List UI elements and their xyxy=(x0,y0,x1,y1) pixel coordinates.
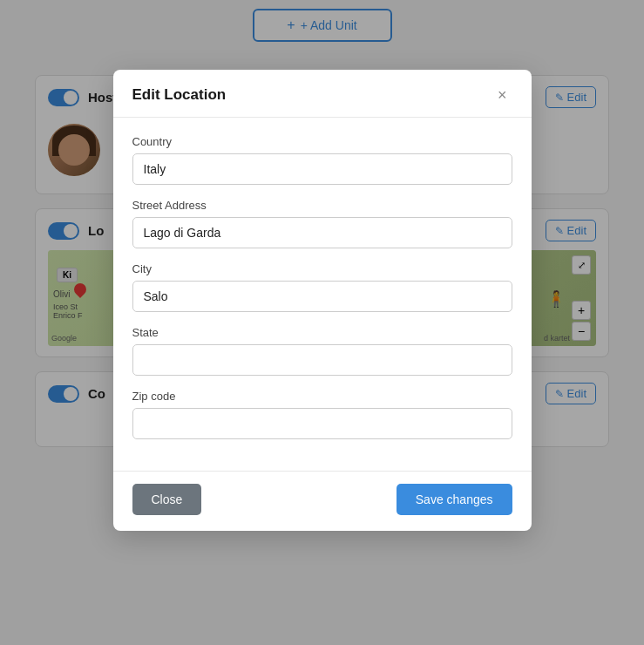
modal-footer: Close Save changes xyxy=(113,471,532,531)
zip-code-label: Zip code xyxy=(132,390,512,403)
modal-header: Edit Location × xyxy=(113,70,532,118)
save-changes-button[interactable]: Save changes xyxy=(397,484,512,515)
modal-title: Edit Location xyxy=(132,86,227,104)
zip-code-field-group: Zip code xyxy=(132,390,512,439)
modal-body: Country Street Address City State Zip co… xyxy=(113,118,532,471)
city-input[interactable] xyxy=(132,281,512,312)
state-input[interactable] xyxy=(132,344,512,376)
country-label: Country xyxy=(132,135,512,148)
edit-location-modal: Edit Location × Country Street Address C… xyxy=(113,70,532,531)
modal-overlay: Edit Location × Country Street Address C… xyxy=(0,0,644,645)
street-address-field-group: Street Address xyxy=(132,199,512,248)
country-field-group: Country xyxy=(132,135,512,185)
close-button[interactable]: Close xyxy=(132,484,202,515)
city-label: City xyxy=(132,262,512,275)
state-label: State xyxy=(132,326,512,339)
city-field-group: City xyxy=(132,262,512,312)
country-input[interactable] xyxy=(132,153,512,185)
modal-close-x-button[interactable]: × xyxy=(492,85,512,105)
zip-code-input[interactable] xyxy=(132,408,512,439)
street-address-input[interactable] xyxy=(132,217,512,248)
state-field-group: State xyxy=(132,326,512,376)
street-address-label: Street Address xyxy=(132,199,512,212)
